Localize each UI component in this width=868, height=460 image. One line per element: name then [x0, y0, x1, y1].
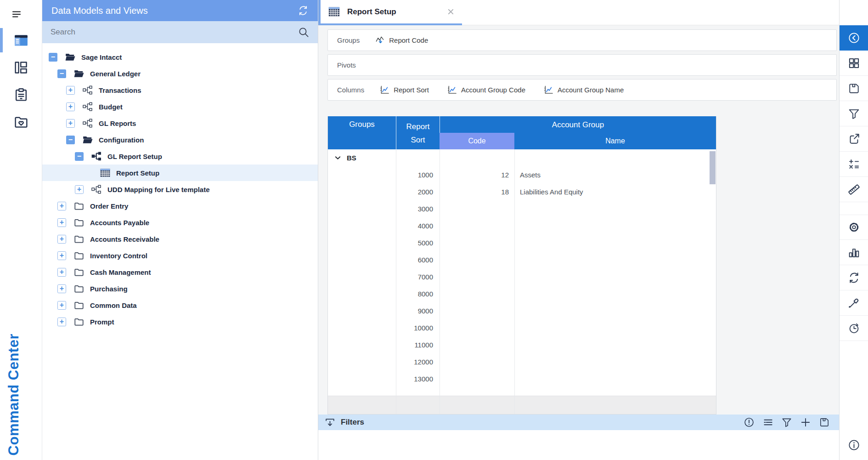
filters-save-button[interactable]	[819, 417, 830, 428]
filter-collapse-icon[interactable]	[325, 417, 335, 428]
expand-toggle[interactable]	[66, 102, 75, 111]
cell-groups	[328, 217, 396, 234]
tree-item-common-data[interactable]: Common Data	[42, 297, 318, 313]
menu-icon[interactable]	[11, 7, 30, 22]
toolbar-info-button[interactable]	[840, 433, 868, 456]
grid-data-row[interactable]: 200018Liabilities And Equity	[328, 183, 716, 200]
toolbar-gear-button[interactable]	[840, 215, 868, 240]
model-icon	[81, 118, 94, 129]
rail-item-layout-dashboard[interactable]	[0, 54, 42, 81]
grid-data-row[interactable]: 9000	[328, 302, 716, 319]
expand-toggle[interactable]	[57, 251, 66, 260]
header-account-group[interactable]: Account Group	[440, 116, 716, 133]
expand-toggle[interactable]	[66, 119, 75, 128]
toolbar-refresh-button[interactable]	[840, 265, 868, 290]
tree-item-purchasing[interactable]: Purchasing	[42, 280, 318, 297]
grid-data-row[interactable]: 13000	[328, 370, 716, 387]
chip-account-group-code[interactable]: Account Group Code	[447, 85, 525, 95]
grid-data-row[interactable]: 11000	[328, 336, 716, 353]
chip-report-sort[interactable]: Report Sort	[380, 85, 429, 95]
tree-item-label: Budget	[99, 103, 123, 111]
tree-item-gl-reports[interactable]: GL Reports	[42, 115, 318, 131]
collapse-toggle[interactable]	[66, 136, 75, 144]
tree-item-order-entry[interactable]: Order Entry	[42, 198, 318, 214]
toolbar-ruler-button[interactable]	[840, 177, 868, 202]
grid-data-row[interactable]: 4000	[328, 217, 716, 234]
tree-item-accounts-payable[interactable]: Accounts Payable	[42, 214, 318, 231]
filters-alert-circle-button[interactable]	[744, 417, 755, 428]
filters-bar[interactable]: Filters	[318, 415, 839, 430]
grid-data-row[interactable]: 7000	[328, 268, 716, 285]
expand-toggle[interactable]	[57, 268, 66, 277]
rail-item-data-browser[interactable]	[0, 27, 42, 54]
toolbar-bar-chart-button[interactable]	[840, 240, 868, 265]
tree-item-general-ledger[interactable]: General Ledger	[42, 65, 318, 82]
tab-report-setup[interactable]: Report Setup	[321, 0, 462, 25]
expand-toggle[interactable]	[75, 185, 84, 194]
toolbar-eyedropper-button[interactable]	[840, 290, 868, 316]
toolbar-calculator-button[interactable]	[840, 152, 868, 177]
cell-code: 12	[440, 166, 514, 183]
tree-item-prompt[interactable]: Prompt	[42, 313, 318, 330]
tree-item-sage-intacct[interactable]: Sage Intacct	[42, 49, 318, 65]
chip-account-group-name[interactable]: Account Group Name	[544, 85, 624, 95]
expand-toggle[interactable]	[57, 235, 66, 244]
header-report-sort[interactable]: Report Sort	[396, 116, 440, 149]
header-code-selected[interactable]: Code	[440, 133, 514, 149]
grid-vertical-scrollbar[interactable]	[710, 151, 716, 184]
grid-data-row[interactable]: 6000	[328, 251, 716, 268]
close-icon[interactable]	[447, 8, 455, 16]
toolbar-apps-grid-button[interactable]	[840, 51, 868, 76]
collapse-toggle[interactable]	[75, 152, 84, 161]
groups-dropzone[interactable]: Groups Report Code	[327, 29, 837, 51]
toolbar-share-export-button[interactable]	[840, 126, 868, 152]
header-name[interactable]: Name	[514, 133, 716, 149]
toolbar-collapse-panel-button[interactable]	[840, 25, 868, 51]
expand-toggle[interactable]	[57, 318, 66, 326]
cell-code	[440, 370, 514, 387]
header-groups[interactable]: Groups	[328, 116, 396, 149]
grid-data-row[interactable]: 100012Assets	[328, 166, 716, 183]
columns-dropzone[interactable]: Columns Report SortAccount Group CodeAcc…	[327, 79, 837, 101]
filters-funnel-button[interactable]	[781, 417, 792, 428]
cell-name	[514, 285, 716, 302]
grid-data-row[interactable]: 8000	[328, 285, 716, 302]
refresh-icon[interactable]	[298, 5, 309, 16]
toolbar-funnel-button[interactable]	[840, 101, 868, 126]
search-icon[interactable]	[298, 27, 310, 38]
filters-list-lines-button[interactable]	[762, 417, 773, 428]
expand-toggle[interactable]	[57, 301, 66, 310]
grid-data-row[interactable]: 12000	[328, 353, 716, 370]
tree-item-inventory-control[interactable]: Inventory Control	[42, 247, 318, 264]
tree-item-cash-management[interactable]: Cash Management	[42, 264, 318, 280]
chip-report-code[interactable]: Report Code	[375, 35, 428, 45]
pivots-dropzone[interactable]: Pivots	[327, 54, 837, 76]
toolbar-save-button[interactable]	[840, 76, 868, 101]
tree-item-label: Prompt	[90, 318, 114, 326]
filters-plus-button[interactable]	[800, 417, 811, 428]
collapse-toggle[interactable]	[57, 69, 66, 78]
tree-item-transactions[interactable]: Transactions	[42, 82, 318, 98]
tree-item-configuration[interactable]: Configuration	[42, 131, 318, 148]
grid-group-row[interactable]: BS	[328, 149, 716, 166]
search-input[interactable]	[51, 28, 298, 37]
rail-item-clipboard[interactable]	[0, 81, 42, 108]
collapse-toggle[interactable]	[49, 53, 57, 62]
expand-toggle[interactable]	[57, 202, 66, 210]
grid-data-row[interactable]: 10000	[328, 319, 716, 336]
cell-groups	[328, 166, 396, 183]
tree-item-udd-mapping-for-live-template[interactable]: UDD Mapping for Live template	[42, 181, 318, 198]
expand-toggle[interactable]	[57, 284, 66, 293]
grid-data-row[interactable]: 3000	[328, 200, 716, 217]
tree-item-report-setup[interactable]: Report Setup	[42, 165, 318, 181]
expand-toggle[interactable]	[66, 86, 75, 95]
chevron-down-icon[interactable]	[333, 153, 342, 162]
expand-toggle[interactable]	[57, 218, 66, 227]
grid-data-row[interactable]: 5000	[328, 234, 716, 251]
toolbar-clock-history-button[interactable]	[840, 316, 868, 341]
tree-item-budget[interactable]: Budget	[42, 98, 318, 115]
tree-item-gl-report-setup[interactable]: GL Report Setup	[42, 148, 318, 165]
cell-groups	[328, 370, 396, 387]
tree-item-accounts-receivable[interactable]: Accounts Receivable	[42, 231, 318, 247]
rail-item-folder-heart[interactable]	[0, 108, 42, 135]
